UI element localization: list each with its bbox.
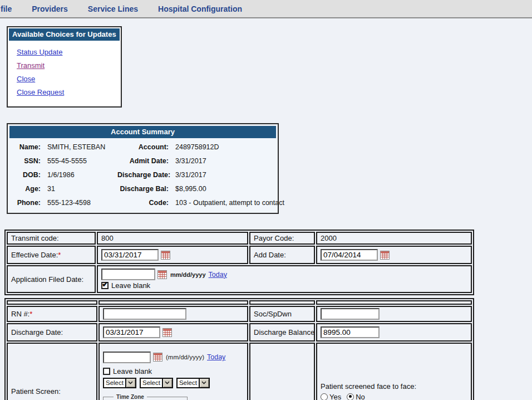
select-value: Select: [104, 379, 125, 387]
available-choices-panel: Available Choices for Updates Status Upd…: [7, 26, 122, 108]
rn-number-label-text: RN #:: [11, 310, 29, 318]
discharge-date-input[interactable]: [103, 326, 160, 338]
spacer-cell: [249, 300, 315, 305]
patient-screen-date-input[interactable]: [103, 352, 151, 363]
soc-spdwn-input[interactable]: [321, 308, 380, 320]
patient-screen-leave-blank-checkbox[interactable]: [103, 368, 110, 375]
face-to-face-cell: Patient screened face to face: Yes No: [316, 343, 472, 400]
required-marker: *: [29, 310, 32, 318]
add-date-cell: [316, 246, 472, 264]
payor-code-value: 2000: [316, 232, 472, 245]
application-filed-date-input[interactable]: [101, 269, 155, 280]
app-filed-leave-blank-checkbox[interactable]: [101, 282, 109, 289]
select-value: Select: [178, 379, 199, 387]
application-filed-date-label: Application Filed Date:: [7, 265, 96, 293]
summary-age-label: Age:: [11, 182, 46, 196]
calendar-icon[interactable]: [153, 353, 162, 362]
spacer-cell: [98, 300, 248, 305]
nav-item-file[interactable]: file: [1, 4, 12, 13]
yes-label: Yes: [329, 393, 341, 400]
summary-ssn-label: SSN:: [11, 154, 46, 168]
link-close-request[interactable]: Close Request: [17, 89, 120, 96]
available-choices-links: Status Update Transmit Close Close Reque…: [9, 41, 120, 105]
transmit-form-table: Transmit code: 800 Payor Code: 2000 Effe…: [4, 230, 474, 295]
summary-discharge-bal-label: Discharge Bal:: [117, 182, 174, 196]
link-close[interactable]: Close: [17, 75, 120, 82]
link-transmit[interactable]: Transmit: [17, 62, 120, 69]
patient-screen-select-1[interactable]: Select: [103, 378, 136, 388]
rn-number-input[interactable]: [103, 308, 186, 320]
summary-admit-date-value: 3/31/2017: [174, 154, 284, 168]
calendar-icon[interactable]: [162, 328, 172, 337]
summary-name-label: Name:: [11, 140, 46, 154]
no-radio[interactable]: [347, 393, 354, 400]
summary-ssn-value: 555-45-5555: [46, 154, 117, 168]
account-summary-grid: Name: SMITH, ESTEBAN Account: 2489758912…: [9, 138, 276, 211]
date-format-hint: (mm/dd/yyyy): [166, 354, 204, 360]
table-row: Application Filed Date: mm/dd/yyyy Today…: [7, 265, 472, 293]
face-to-face-options: Yes No: [321, 393, 467, 400]
discharge-date-cell: [98, 323, 248, 342]
calendar-icon[interactable]: [157, 270, 167, 279]
effective-date-cell: [97, 246, 248, 264]
soc-spdwn-cell: [316, 306, 472, 322]
calendar-icon[interactable]: [161, 251, 170, 260]
patient-screen-label: Patient Screen:: [7, 343, 97, 400]
summary-account-label: Account:: [117, 140, 174, 154]
nav-item-hospital-configuration[interactable]: Hospital Configuration: [158, 4, 242, 13]
table-row: [7, 300, 472, 305]
patient-screen-select-2[interactable]: Select: [140, 378, 173, 388]
application-filed-date-cell: mm/dd/yyyy Today Leave blank: [97, 265, 472, 293]
yes-radio[interactable]: [321, 393, 328, 400]
table-row: Transmit code: 800 Payor Code: 2000: [7, 232, 472, 245]
time-zone-legend: Time Zone: [114, 394, 147, 400]
transmit-code-value: 800: [97, 232, 248, 245]
discharge-balance-input[interactable]: [321, 326, 380, 338]
summary-dob-label: DOB:: [11, 168, 46, 182]
page-content: Available Choices for Updates Status Upd…: [0, 18, 532, 400]
spacer-cell: [316, 300, 472, 305]
available-choices-header: Available Choices for Updates: [9, 28, 120, 41]
summary-admit-date-label: Admit Date:: [117, 154, 174, 168]
discharge-date-label: Discharge Date:: [7, 323, 97, 342]
summary-dob-value: 1/6/1986: [46, 168, 117, 182]
discharge-balance-cell: [316, 323, 472, 342]
chevron-down-icon: [125, 379, 135, 387]
table-row: Patient Screen: (mm/dd/yyyy) Today Leave…: [7, 343, 472, 400]
calendar-icon[interactable]: [380, 251, 390, 260]
table-row: RN #:* Soc/SpDwn: [7, 306, 472, 322]
patient-screen-select-3[interactable]: Select: [176, 378, 210, 388]
empty-cell: [249, 343, 315, 400]
top-nav-bar: file Providers Service Lines Hospital Co…: [0, 0, 532, 18]
effective-date-label: Effective Date:*: [7, 246, 96, 264]
add-date-input[interactable]: [321, 249, 378, 261]
patient-screen-cell: (mm/dd/yyyy) Today Leave blank Select Se…: [98, 343, 248, 400]
nav-item-service-lines[interactable]: Service Lines: [88, 4, 138, 13]
app-filed-today-link[interactable]: Today: [209, 271, 227, 279]
link-status-update[interactable]: Status Update: [17, 48, 120, 56]
account-summary-header: Account Summary: [9, 126, 276, 138]
spacer-cell: [7, 300, 97, 305]
patient-screen-today-link[interactable]: Today: [207, 353, 225, 361]
required-marker: *: [58, 251, 61, 259]
summary-phone-label: Phone:: [11, 196, 46, 210]
date-format-hint: mm/dd/yyyy: [170, 271, 206, 278]
no-label: No: [356, 393, 365, 400]
summary-discharge-date-value: 3/31/2017: [174, 168, 284, 182]
summary-name-value: SMITH, ESTEBAN: [46, 140, 117, 154]
table-row: Effective Date:* Add Date:: [7, 246, 472, 264]
summary-account-value: 2489758912D: [174, 140, 284, 154]
nav-item-providers[interactable]: Providers: [32, 4, 68, 13]
account-summary-panel: Account Summary Name: SMITH, ESTEBAN Acc…: [7, 123, 279, 214]
table-row: Discharge Date: Discharge Balance:*: [7, 323, 472, 342]
soc-spdwn-label: Soc/SpDwn: [249, 306, 315, 322]
leave-blank-label: Leave blank: [113, 367, 152, 375]
summary-discharge-bal-value: $8,995.00: [174, 182, 284, 196]
time-zone-fieldset: Time Zone CST EST MST PST: [103, 394, 188, 400]
leave-blank-label: Leave blank: [111, 281, 150, 290]
discharge-balance-label-text: Discharge Balance:: [254, 328, 315, 336]
chevron-down-icon: [162, 379, 172, 387]
summary-code-value: 103 - Outpatient, attempt to contact: [174, 196, 284, 210]
transmit-code-label: Transmit code:: [7, 232, 96, 245]
effective-date-input[interactable]: [101, 249, 159, 261]
